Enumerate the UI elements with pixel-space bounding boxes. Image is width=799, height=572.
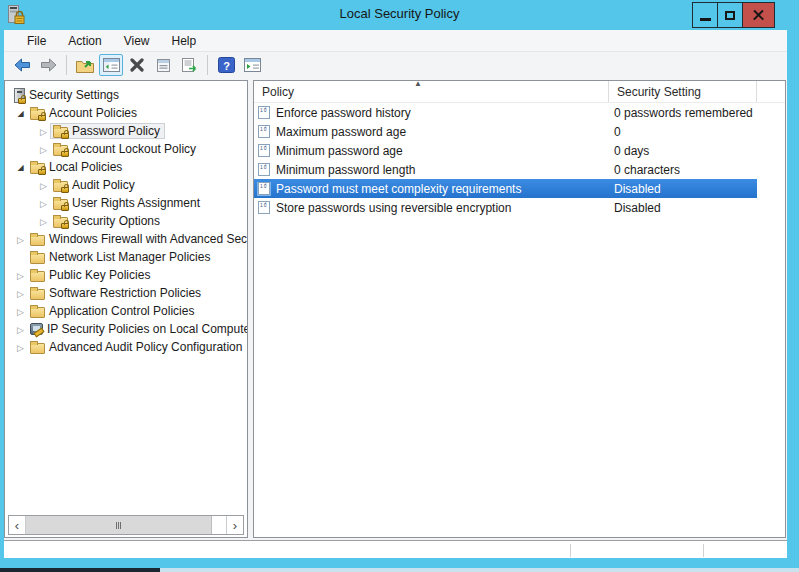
tree-item-label: Audit Policy — [72, 178, 135, 192]
sort-ascending-icon: ▲ — [414, 80, 422, 88]
minimize-button[interactable] — [692, 2, 717, 28]
console-tree-icon — [103, 58, 120, 72]
collapsed-chevron-icon[interactable] — [14, 230, 27, 248]
help-button[interactable]: ? — [214, 54, 238, 76]
console-tree-panel: Security Settings Account Policies Passw… — [4, 80, 248, 538]
folder-lock-icon — [53, 217, 68, 228]
scroll-right-button[interactable] — [226, 516, 243, 534]
tree-item-software-restriction-policies[interactable]: Software Restriction Policies — [5, 284, 247, 302]
policy-row-password-complexity[interactable]: Password must meet complexity requiremen… — [254, 179, 785, 198]
arrow-right-icon — [39, 57, 58, 73]
tree-item-label: Software Restriction Policies — [49, 286, 201, 300]
menu-action[interactable]: Action — [57, 32, 112, 50]
tree-item-local-policies[interactable]: Local Policies — [5, 158, 247, 176]
column-header-security-setting[interactable]: Security Setting — [609, 81, 757, 102]
tree-item-audit-policy[interactable]: Audit Policy — [5, 176, 247, 194]
folder-up-arrow-icon — [75, 57, 95, 74]
scrollbar-thumb[interactable] — [26, 516, 212, 534]
delete-button[interactable] — [125, 54, 149, 76]
column-label: Security Setting — [617, 85, 701, 99]
menu-file[interactable]: File — [16, 32, 57, 50]
toolbar-separator — [207, 55, 208, 75]
folder-lock-icon — [53, 127, 68, 138]
titlebar[interactable]: Local Security Policy — [0, 0, 799, 30]
collapsed-chevron-icon[interactable] — [37, 212, 50, 230]
policy-name: Minimum password age — [276, 144, 403, 158]
policy-document-icon — [258, 106, 270, 119]
tree-item-label: IP Security Policies on Local Compute — [47, 322, 247, 336]
forward-button[interactable] — [36, 54, 60, 76]
collapsed-chevron-icon[interactable] — [37, 176, 50, 194]
folder-lock-icon — [30, 163, 45, 174]
tree-item-user-rights-assignment[interactable]: User Rights Assignment — [5, 194, 247, 212]
policy-row-reversible-encryption[interactable]: Store passwords using reversible encrypt… — [254, 198, 785, 217]
security-setting-value: 0 days — [609, 144, 757, 158]
computer-key-icon — [30, 323, 43, 335]
tree-item-label: Security Options — [72, 214, 160, 228]
question-mark-icon: ? — [218, 57, 235, 73]
tree-item-account-policies[interactable]: Account Policies — [5, 104, 247, 122]
tree-item-account-lockout-policy[interactable]: Account Lockout Policy — [5, 140, 247, 158]
collapsed-chevron-icon[interactable] — [14, 302, 27, 320]
up-one-level-button[interactable] — [73, 54, 97, 76]
scroll-left-button[interactable] — [9, 516, 26, 534]
policy-name: Store passwords using reversible encrypt… — [276, 201, 511, 215]
scrollbar-thumb-grip — [118, 522, 119, 529]
collapsed-chevron-icon[interactable] — [14, 338, 27, 356]
client-area: File Action View Help — [4, 30, 787, 558]
policy-row-minimum-password-length[interactable]: Minimum password length 0 characters — [254, 160, 785, 179]
statusbar-separator — [570, 544, 571, 557]
security-setting-value: Disabled — [609, 201, 757, 215]
tree-item-label: Security Settings — [29, 88, 119, 102]
menu-help[interactable]: Help — [161, 32, 208, 50]
computer-lock-icon — [14, 88, 25, 103]
back-button[interactable] — [10, 54, 34, 76]
expanded-chevron-icon[interactable] — [14, 104, 27, 122]
tree-item-label: Password Policy — [72, 124, 160, 138]
tree-item-label: Advanced Audit Policy Configuration — [49, 340, 242, 354]
toolbar: ? — [4, 52, 787, 78]
tree-item-public-key-policies[interactable]: Public Key Policies — [5, 266, 247, 284]
tree-item-application-control-policies[interactable]: Application Control Policies — [5, 302, 247, 320]
folder-lock-icon — [53, 181, 68, 192]
show-hide-action-pane-button[interactable] — [240, 54, 264, 76]
show-hide-console-tree-button[interactable] — [99, 54, 123, 76]
tree-item-advanced-audit-policy[interactable]: Advanced Audit Policy Configuration — [5, 338, 247, 356]
policy-row-enforce-password-history[interactable]: Enforce password history 0 passwords rem… — [254, 103, 785, 122]
properties-sheet-icon — [156, 58, 171, 73]
folder-lock-icon — [30, 109, 45, 120]
policy-list-panel: Policy ▲ Security Setting Enforce passwo… — [253, 80, 786, 538]
policy-document-icon — [258, 201, 270, 214]
list-header: Policy ▲ Security Setting — [254, 81, 785, 103]
tree-item-windows-firewall[interactable]: Windows Firewall with Advanced Secu — [5, 230, 247, 248]
properties-button[interactable] — [151, 54, 175, 76]
export-list-button[interactable] — [177, 54, 201, 76]
collapsed-chevron-icon[interactable] — [14, 266, 27, 284]
column-header-policy[interactable]: Policy ▲ — [254, 81, 609, 102]
collapsed-chevron-icon[interactable] — [14, 320, 27, 338]
maximize-button[interactable] — [717, 2, 742, 28]
tree-item-security-options[interactable]: Security Options — [5, 212, 247, 230]
tree-item-network-list-manager[interactable]: Network List Manager Policies — [5, 248, 247, 266]
tree-item-label: Account Policies — [49, 106, 137, 120]
policy-row-minimum-password-age[interactable]: Minimum password age 0 days — [254, 141, 785, 160]
x-mark-icon — [129, 58, 145, 72]
folder-icon — [30, 253, 45, 264]
folder-icon — [30, 271, 45, 282]
taskbar-edge — [0, 568, 160, 572]
window-controls — [692, 2, 775, 28]
column-label: Policy — [262, 85, 294, 99]
collapsed-chevron-icon[interactable] — [14, 284, 27, 302]
close-button[interactable] — [742, 2, 775, 28]
expanded-chevron-icon[interactable] — [14, 158, 27, 176]
collapsed-chevron-icon[interactable] — [37, 140, 50, 158]
collapsed-chevron-icon[interactable] — [37, 122, 50, 140]
horizontal-scrollbar — [8, 515, 244, 535]
tree-item-ip-security-policies[interactable]: IP Security Policies on Local Compute — [5, 320, 247, 338]
tree-item-password-policy[interactable]: Password Policy — [5, 122, 247, 140]
policy-row-maximum-password-age[interactable]: Maximum password age 0 — [254, 122, 785, 141]
menu-view[interactable]: View — [113, 32, 161, 50]
tree-item-security-settings[interactable]: Security Settings — [5, 86, 247, 104]
collapsed-chevron-icon[interactable] — [37, 194, 50, 212]
policy-document-icon — [258, 144, 270, 157]
